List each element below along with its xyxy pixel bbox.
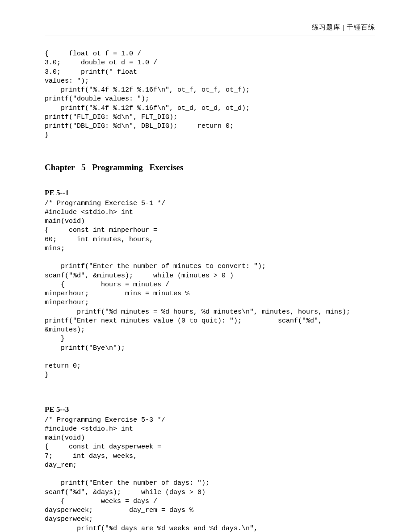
header-rule xyxy=(45,35,375,35)
document-page: 练习题库 | 千锤百练 { float ot_f = 1.0 / 3.0; do… xyxy=(0,0,411,532)
section-gap xyxy=(45,380,375,394)
pe-5-3-title: PE 5-­‐3 xyxy=(45,405,375,414)
code-block-pe-5-1: /* Programming Exercise 5-1 */ #include … xyxy=(45,199,375,380)
pe-5-1-title: PE 5-­‐1 xyxy=(45,189,375,197)
code-block-top: { float ot_f = 1.0 / 3.0; double ot_d = … xyxy=(45,50,375,140)
code-block-pe-5-3: /* Programming Exercise 5-3 */ #include … xyxy=(45,416,375,532)
header-right-text: 练习题库 | 千锤百练 xyxy=(45,23,375,35)
chapter-heading: Chapter 5 Programming Exercises xyxy=(45,163,375,172)
